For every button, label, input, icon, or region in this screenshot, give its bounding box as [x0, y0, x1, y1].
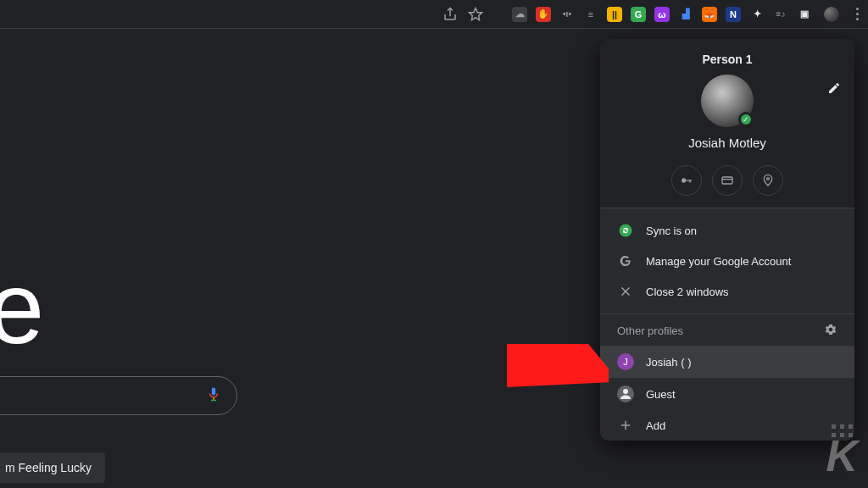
profile-row-josiah[interactable]: J Josiah ( ) — [600, 346, 854, 378]
sync-icon — [617, 223, 634, 238]
profile-name: Josiah Motley — [614, 136, 841, 150]
guest-icon — [617, 385, 634, 402]
close-windows-label: Close 2 windows — [646, 286, 729, 298]
passwords-button[interactable] — [671, 165, 702, 196]
browser-toolbar: ☁ ✋ •ı• ≡ || G ω ▟ 🦊 N ✦ ≡♪ ▣ — [0, 0, 868, 29]
bookmark-star-icon[interactable] — [468, 7, 483, 22]
svg-marker-0 — [470, 8, 482, 19]
sync-row[interactable]: Sync is on — [600, 215, 854, 246]
other-profiles-header: Other profiles — [600, 313, 854, 346]
plus-icon — [617, 418, 634, 433]
profile-chip-row — [614, 165, 841, 196]
close-windows-row[interactable]: Close 2 windows — [600, 276, 854, 307]
ext-adblock[interactable]: ✋ — [536, 7, 551, 22]
profile-avatar — [701, 75, 754, 127]
payments-button[interactable] — [712, 165, 743, 196]
ext-puzzle-icon[interactable]: ✦ — [749, 7, 765, 22]
voice-search-icon[interactable] — [206, 386, 221, 405]
edit-profile-icon[interactable] — [827, 81, 841, 97]
extension-row: ☁ ✋ •ı• ≡ || G ω ▟ 🦊 N ✦ ≡♪ ▣ — [512, 7, 812, 22]
svg-rect-6 — [722, 177, 732, 184]
share-icon[interactable] — [442, 7, 458, 22]
sync-badge-icon — [738, 112, 754, 127]
add-profile-row[interactable]: Add — [600, 410, 854, 441]
close-icon — [617, 284, 634, 299]
ext-fox[interactable]: 🦊 — [702, 7, 717, 22]
svg-rect-1 — [213, 398, 214, 400]
ext-dots[interactable]: •ı• — [559, 7, 575, 22]
ext-n[interactable]: N — [726, 7, 741, 22]
ext-green[interactable]: G — [631, 7, 646, 22]
profile-panel-title: Person 1 — [614, 53, 841, 66]
add-profile-label: Add — [646, 419, 665, 432]
feeling-lucky-button[interactable]: m Feeling Lucky — [0, 452, 105, 483]
svg-rect-2 — [211, 400, 216, 402]
sync-label: Sync is on — [646, 225, 697, 237]
manage-account-label: Manage your Google Account — [646, 255, 791, 268]
google-logo: gle — [0, 249, 41, 366]
ext-chart[interactable]: ▟ — [678, 7, 693, 22]
manage-account-row[interactable]: Manage your Google Account — [600, 246, 854, 276]
profile-panel-header: Person 1 Josiah Motley — [600, 39, 854, 208]
profile-avatar-josiah: J — [617, 353, 634, 370]
browser-menu-button[interactable] — [851, 8, 863, 20]
profile-avatar-button[interactable] — [822, 5, 841, 24]
ext-omega[interactable]: ω — [654, 7, 670, 22]
svg-point-8 — [767, 178, 770, 180]
profile-row-guest[interactable]: Guest — [600, 378, 854, 410]
other-profiles-label: Other profiles — [617, 324, 683, 337]
profile-label-josiah: Josiah ( ) — [646, 356, 691, 369]
ext-music[interactable]: ≡♪ — [773, 7, 788, 22]
svg-point-3 — [682, 178, 686, 182]
profile-label-guest: Guest — [646, 388, 676, 401]
ext-reader[interactable]: ▣ — [797, 7, 812, 22]
google-g-icon — [617, 253, 634, 269]
ext-cloud[interactable]: ☁ — [512, 7, 527, 22]
profile-actions-list: Sync is on Manage your Google Account Cl… — [600, 208, 854, 313]
search-input[interactable] — [0, 376, 237, 415]
ext-lines[interactable]: ≡ — [583, 7, 598, 22]
svg-point-12 — [623, 389, 628, 394]
svg-rect-5 — [689, 180, 690, 182]
profile-panel: Person 1 Josiah Motley Sync is on — [600, 39, 854, 441]
svg-rect-4 — [686, 180, 692, 180]
addresses-button[interactable] — [753, 165, 783, 196]
manage-profiles-gear-icon[interactable] — [824, 323, 837, 339]
ext-yellow[interactable]: || — [607, 7, 622, 22]
